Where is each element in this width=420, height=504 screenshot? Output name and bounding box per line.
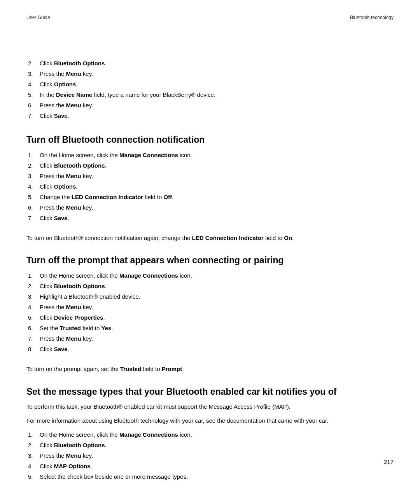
section3-heading: Set the message types that your Bluetoot… bbox=[26, 387, 394, 397]
section2-steps: 1.On the Home screen, click the Manage C… bbox=[26, 271, 394, 353]
step-item: 8.Click Save. bbox=[26, 345, 394, 353]
step-item: 7.Press the Menu key. bbox=[26, 334, 394, 343]
step-item: 6.Set the Trusted field to Yes. bbox=[26, 324, 394, 332]
step-text: Press the Menu key. bbox=[40, 303, 394, 311]
step-item: 6.Press the Menu key. bbox=[26, 203, 394, 212]
step-number: 4. bbox=[26, 303, 40, 311]
step-number: 6. bbox=[26, 324, 40, 332]
step-number: 1. bbox=[26, 430, 40, 439]
step-number: 5. bbox=[26, 313, 40, 322]
step-number: 4. bbox=[26, 182, 40, 191]
step-number: 1. bbox=[26, 271, 40, 280]
step-item: 6.Press the Menu key. bbox=[26, 101, 394, 109]
step-number: 8. bbox=[26, 345, 40, 353]
step-number: 3. bbox=[26, 172, 40, 180]
step-text: Click Save. bbox=[40, 345, 394, 353]
step-text: Highlight a Bluetooth® enabled device. bbox=[40, 292, 394, 301]
step-item: 4.Click Options. bbox=[26, 80, 394, 88]
section3-intro2: For more information about using Bluetoo… bbox=[26, 416, 394, 425]
step-item: 2.Click Bluetooth Options. bbox=[26, 161, 394, 170]
step-text: Press the Menu key. bbox=[40, 452, 394, 460]
step-text: Click Save. bbox=[40, 112, 394, 120]
section1-steps: 1.On the Home screen, click the Manage C… bbox=[26, 151, 394, 222]
step-text: Click Device Properties. bbox=[40, 313, 394, 322]
step-number: 2. bbox=[26, 282, 40, 290]
step-text: Press the Menu key. bbox=[40, 101, 394, 109]
step-text: Press the Menu key. bbox=[40, 203, 394, 212]
step-item: 4.Click Options. bbox=[26, 182, 394, 191]
step-number: 3. bbox=[26, 452, 40, 460]
step-number: 3. bbox=[26, 70, 40, 78]
step-item: 2.Click Bluetooth Options. bbox=[26, 59, 394, 67]
step-number: 5. bbox=[26, 91, 40, 99]
step-item: 5.In the Device Name field, type a name … bbox=[26, 91, 394, 99]
step-number: 7. bbox=[26, 334, 40, 343]
step-number: 7. bbox=[26, 214, 40, 222]
step-text: Click Bluetooth Options. bbox=[40, 161, 394, 170]
step-number: 4. bbox=[26, 80, 40, 88]
header-right: Bluetooth technology bbox=[350, 15, 394, 20]
section3-intro1: To perform this task, your Bluetooth® en… bbox=[26, 402, 394, 411]
step-text: Select the check box beside one or more … bbox=[40, 472, 394, 481]
step-text: Click Options. bbox=[40, 182, 394, 191]
header-left: User Guide bbox=[26, 15, 50, 20]
step-text: Press the Menu key. bbox=[40, 70, 394, 78]
section2-heading: Turn off the prompt that appears when co… bbox=[26, 255, 394, 266]
step-item: 7.Click Save. bbox=[26, 214, 394, 222]
step-number: 5. bbox=[26, 193, 40, 201]
step-number: 1. bbox=[26, 151, 40, 159]
step-number: 2. bbox=[26, 59, 40, 67]
step-item: 7.Click Save. bbox=[26, 112, 394, 120]
step-item: 1.On the Home screen, click the Manage C… bbox=[26, 271, 394, 280]
step-number: 5. bbox=[26, 472, 40, 481]
step-number: 3. bbox=[26, 292, 40, 301]
step-item: 3.Press the Menu key. bbox=[26, 452, 394, 460]
step-text: Change the LED Connection Indicator fiel… bbox=[40, 193, 394, 201]
step-number: 6. bbox=[26, 203, 40, 212]
section0-steps: 2.Click Bluetooth Options.3.Press the Me… bbox=[26, 59, 394, 120]
step-number: 7. bbox=[26, 112, 40, 120]
section1-heading: Turn off Bluetooth connection notificati… bbox=[26, 135, 394, 145]
page-number: 217 bbox=[384, 458, 394, 465]
step-item: 2.Click Bluetooth Options. bbox=[26, 282, 394, 290]
step-item: 2.Click Bluetooth Options. bbox=[26, 441, 394, 449]
step-item: 1.On the Home screen, click the Manage C… bbox=[26, 430, 394, 439]
step-text: On the Home screen, click the Manage Con… bbox=[40, 430, 394, 439]
step-text: Click Bluetooth Options. bbox=[40, 282, 394, 290]
step-text: Set the Trusted field to Yes. bbox=[40, 324, 394, 332]
step-item: 3.Highlight a Bluetooth® enabled device. bbox=[26, 292, 394, 301]
step-item: 5.Select the check box beside one or mor… bbox=[26, 472, 394, 481]
step-text: In the Device Name field, type a name fo… bbox=[40, 91, 394, 99]
step-text: Press the Menu key. bbox=[40, 172, 394, 180]
step-text: Click MAP Options. bbox=[40, 462, 394, 470]
step-item: 5.Click Device Properties. bbox=[26, 313, 394, 322]
page-header: User Guide Bluetooth technology bbox=[26, 15, 394, 20]
step-number: 2. bbox=[26, 161, 40, 170]
step-text: Click Options. bbox=[40, 80, 394, 88]
step-text: Click Bluetooth Options. bbox=[40, 441, 394, 449]
step-item: 5.Change the LED Connection Indicator fi… bbox=[26, 193, 394, 201]
step-item: 1.On the Home screen, click the Manage C… bbox=[26, 151, 394, 159]
step-number: 4. bbox=[26, 462, 40, 470]
step-item: 4.Click MAP Options. bbox=[26, 462, 394, 470]
step-text: Click Save. bbox=[40, 214, 394, 222]
step-text: On the Home screen, click the Manage Con… bbox=[40, 271, 394, 280]
step-item: 4.Press the Menu key. bbox=[26, 303, 394, 311]
step-item: 3.Press the Menu key. bbox=[26, 172, 394, 180]
section2-note: To turn on the prompt again, set the Tru… bbox=[26, 365, 394, 373]
section3-steps: 1.On the Home screen, click the Manage C… bbox=[26, 430, 394, 481]
step-text: Click Bluetooth Options. bbox=[40, 59, 394, 67]
step-text: Press the Menu key. bbox=[40, 334, 394, 343]
step-number: 2. bbox=[26, 441, 40, 449]
step-number: 6. bbox=[26, 101, 40, 109]
section1-note: To turn on Bluetooth® connection notific… bbox=[26, 234, 394, 242]
step-text: On the Home screen, click the Manage Con… bbox=[40, 151, 394, 159]
step-item: 3.Press the Menu key. bbox=[26, 70, 394, 78]
